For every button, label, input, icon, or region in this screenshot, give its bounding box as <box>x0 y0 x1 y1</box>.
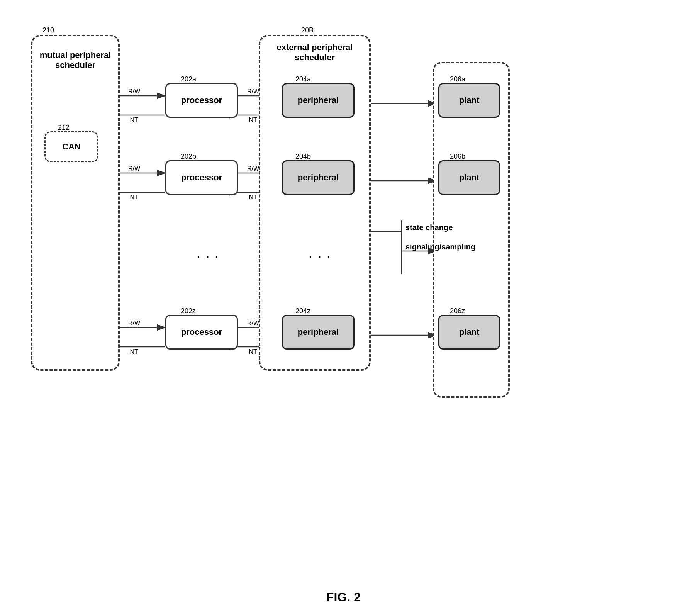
rw-label-a1: R/W <box>128 88 140 95</box>
mutual-scheduler-label: mutual peripheral scheduler <box>35 50 116 70</box>
peripheral-z-box: peripheral <box>282 315 355 350</box>
ref-206b: 206b <box>450 153 465 161</box>
ref-204b: 204b <box>295 153 311 161</box>
int-label-b2: INT <box>247 194 257 201</box>
ref-202z: 202z <box>181 307 196 315</box>
signaling-sampling-label: signaling/sampling <box>405 243 475 251</box>
rw-label-b2: R/W <box>247 165 259 172</box>
int-label-z2: INT <box>247 348 257 355</box>
plant-b-box: plant <box>438 160 500 195</box>
plant-b-label: plant <box>459 173 480 183</box>
int-label-b1: INT <box>128 194 138 201</box>
mutual-scheduler-box <box>31 35 120 371</box>
peripheral-a-label: peripheral <box>298 95 339 105</box>
int-label-z1: INT <box>128 348 138 355</box>
processor-z-label: processor <box>181 327 222 337</box>
ref-206z: 206z <box>450 307 465 315</box>
plant-a-label: plant <box>459 95 480 105</box>
ref-20B: 20B <box>301 26 314 34</box>
peripheral-b-box: peripheral <box>282 160 355 195</box>
peripheral-z-label: peripheral <box>298 327 339 337</box>
plant-a-box: plant <box>438 83 500 118</box>
processor-b-label: processor <box>181 173 222 183</box>
can-box: CAN <box>44 131 98 162</box>
ellipsis-processors: · · · <box>197 251 220 263</box>
can-label: CAN <box>62 142 81 152</box>
ref-202a: 202a <box>181 75 196 83</box>
figure-label: FIG. 2 <box>326 590 361 604</box>
int-label-a2: INT <box>247 117 257 124</box>
processor-a-box: processor <box>165 83 238 118</box>
ref-210: 210 <box>42 26 54 34</box>
plant-z-label: plant <box>459 327 480 337</box>
ellipsis-peripherals: · · · <box>309 251 332 263</box>
peripheral-b-label: peripheral <box>298 173 339 183</box>
ref-202b: 202b <box>181 153 196 161</box>
plant-z-box: plant <box>438 315 500 350</box>
processor-z-box: processor <box>165 315 238 350</box>
diagram: 210 mutual peripheral scheduler CAN 212 … <box>19 12 656 552</box>
ref-204a: 204a <box>295 75 311 83</box>
rw-label-a2: R/W <box>247 88 259 95</box>
ref-206a: 206a <box>450 75 465 83</box>
processor-a-label: processor <box>181 95 222 105</box>
ref-204z: 204z <box>295 307 310 315</box>
rw-label-z1: R/W <box>128 320 140 327</box>
ref-212: 212 <box>58 124 70 132</box>
state-change-label: state change <box>405 223 453 232</box>
rw-label-b1: R/W <box>128 165 140 172</box>
ext-scheduler-label: external peripheral scheduler <box>261 42 369 63</box>
int-label-a1: INT <box>128 117 138 124</box>
peripheral-a-box: peripheral <box>282 83 355 118</box>
processor-b-box: processor <box>165 160 238 195</box>
rw-label-z2: R/W <box>247 320 259 327</box>
